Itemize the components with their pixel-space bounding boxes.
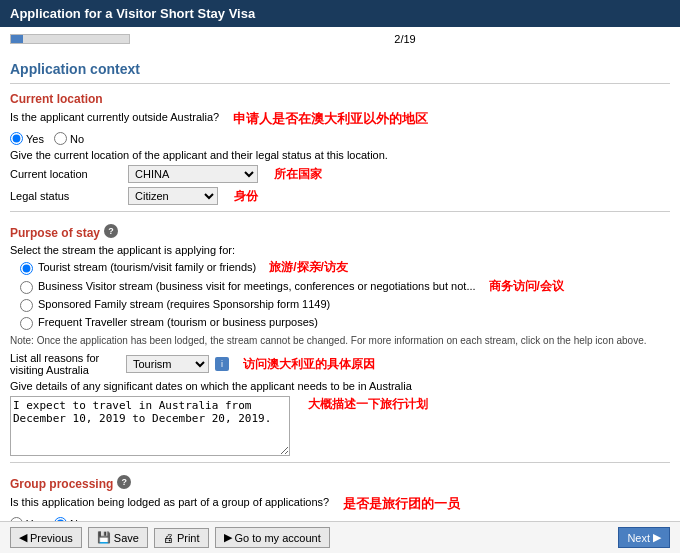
legal-status-label: Legal status [10, 190, 120, 202]
outside-yes-label[interactable]: Yes [10, 132, 44, 145]
purpose-question: Select the stream the applicant is apply… [10, 244, 670, 256]
current-location-title: Current location [10, 92, 670, 106]
app-title: Application for a Visitor Short Stay Vis… [10, 6, 255, 21]
legal-status-row: Legal status Citizen Permanent Resident … [10, 187, 670, 205]
next-button[interactable]: Next ▶ [618, 527, 670, 548]
location-annotation: 所在国家 [274, 166, 322, 183]
previous-label: Previous [30, 532, 73, 544]
tourist-stream-item[interactable]: Tourist stream (tourism/visit family or … [20, 260, 670, 276]
sponsored-stream-label: Sponsored Family stream (requires Sponso… [38, 297, 330, 311]
previous-button[interactable]: ◀ Previous [10, 527, 82, 548]
divider-1 [10, 83, 670, 84]
outside-australia-question: Is the applicant currently outside Austr… [10, 111, 219, 123]
dates-row: I expect to travel in Australia from Dec… [10, 396, 670, 456]
save-icon: 💾 [97, 531, 111, 544]
visit-reason-select[interactable]: Tourism Business Family Visit Conference… [126, 355, 209, 373]
purpose-of-stay-title: Purpose of stay [10, 226, 100, 240]
purpose-header: Purpose of stay ? [10, 218, 670, 244]
legal-annotation: 身份 [234, 188, 258, 205]
location-sub-text: Give the current location of the applica… [10, 149, 670, 161]
business-stream-radio[interactable] [20, 281, 33, 294]
prev-icon: ◀ [19, 531, 27, 544]
dates-label: Give details of any significant dates on… [10, 380, 670, 392]
purpose-help-icon[interactable]: ? [104, 224, 118, 238]
print-button[interactable]: 🖨 Print [154, 528, 209, 548]
account-icon: ▶ [224, 531, 232, 544]
save-label: Save [114, 532, 139, 544]
outside-yes-radio[interactable] [10, 132, 23, 145]
dates-textarea[interactable]: I expect to travel in Australia from Dec… [10, 396, 290, 456]
visit-reason-row: List all reasons for visiting Australia … [10, 352, 670, 376]
main-content: Application context Current location Is … [0, 51, 680, 553]
section-app-context: Application context [10, 61, 670, 77]
frequent-stream-item[interactable]: Frequent Traveller stream (tourism or bu… [20, 315, 670, 330]
tourist-stream-radio[interactable] [20, 262, 33, 275]
group-annotation: 是否是旅行团的一员 [343, 495, 460, 513]
progress-bar-fill [11, 35, 23, 43]
outside-australia-radio-group: Yes No [10, 132, 670, 145]
legal-status-select[interactable]: Citizen Permanent Resident Temporary Res… [128, 187, 218, 205]
outside-australia-row: Is the applicant currently outside Austr… [10, 110, 670, 128]
divider-3 [10, 462, 670, 463]
outside-yes-text: Yes [26, 133, 44, 145]
current-location-label: Current location [10, 168, 120, 180]
go-to-account-button[interactable]: ▶ Go to my account [215, 527, 330, 548]
next-label: Next [627, 532, 650, 544]
next-icon: ▶ [653, 531, 661, 544]
group-header: Group processing ? [10, 469, 670, 495]
print-label: Print [177, 532, 200, 544]
outside-no-radio[interactable] [54, 132, 67, 145]
visit-reason-annotation: 访问澳大利亚的具体原因 [243, 356, 375, 373]
current-location-row: Current location CHINA AUSTRALIA UNITED … [10, 165, 670, 183]
stream-note: Note: Once the application has been lodg… [10, 334, 670, 348]
print-icon: 🖨 [163, 532, 174, 544]
dates-annotation: 大概描述一下旅行计划 [308, 396, 428, 413]
sponsored-stream-item[interactable]: Sponsored Family stream (requires Sponso… [20, 297, 670, 312]
business-annotation: 商务访问/会议 [489, 279, 564, 295]
go-to-account-label: Go to my account [235, 532, 321, 544]
progress-bar-background [10, 34, 130, 44]
group-processing-title: Group processing [10, 477, 113, 491]
frequent-stream-label: Frequent Traveller stream (tourism or bu… [38, 315, 318, 329]
divider-2 [10, 211, 670, 212]
outside-australia-annotation: 申请人是否在澳大利亚以外的地区 [233, 110, 428, 128]
frequent-stream-radio[interactable] [20, 317, 33, 330]
sponsored-stream-radio[interactable] [20, 299, 33, 312]
title-bar: Application for a Visitor Short Stay Vis… [0, 0, 680, 27]
business-stream-item[interactable]: Business Visitor stream (business visit … [20, 279, 670, 295]
visit-reason-info-icon[interactable]: i [215, 357, 229, 371]
progress-container: 2/19 [0, 27, 680, 51]
business-stream-label: Business Visitor stream (business visit … [38, 279, 476, 293]
visit-reason-label: List all reasons for visiting Australia [10, 352, 120, 376]
group-question: Is this application being lodged as part… [10, 496, 329, 508]
bottom-bar: ◀ Previous 💾 Save 🖨 Print ▶ Go to my acc… [0, 521, 680, 553]
stream-list: Tourist stream (tourism/visit family or … [20, 260, 670, 330]
current-location-select[interactable]: CHINA AUSTRALIA UNITED STATES UNITED KIN… [128, 165, 258, 183]
group-help-icon[interactable]: ? [117, 475, 131, 489]
group-question-row: Is this application being lodged as part… [10, 495, 670, 513]
outside-no-text: No [70, 133, 84, 145]
outside-no-label[interactable]: No [54, 132, 84, 145]
save-button[interactable]: 💾 Save [88, 527, 148, 548]
page-counter: 2/19 [140, 33, 670, 45]
tourist-stream-label: Tourist stream (tourism/visit family or … [38, 260, 256, 274]
tourist-annotation: 旅游/探亲/访友 [269, 260, 348, 276]
